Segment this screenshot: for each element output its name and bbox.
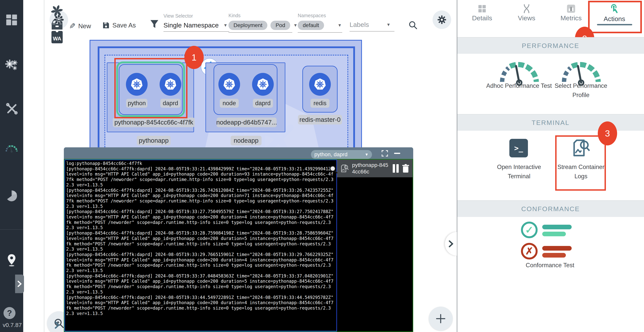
log-line: [pythonapp-8454cc66c-4f7fk:daprd] 2024-0… bbox=[66, 273, 335, 295]
deployment-name-label: pythonapp bbox=[137, 136, 170, 145]
dashboard-icon[interactable] bbox=[0, 9, 23, 30]
kubernetes-icon bbox=[312, 77, 327, 92]
terminal-header[interactable]: python, daprd ▼ bbox=[64, 147, 413, 159]
log-stream-tab-title: pythonapp-8454cc66c bbox=[352, 162, 390, 175]
container-redis[interactable] bbox=[309, 73, 331, 96]
open-interactive-terminal-action[interactable]: Open Interactive Terminal bbox=[490, 162, 548, 181]
view-selector-value: Single Namespace bbox=[164, 21, 218, 29]
container-label: daprd bbox=[253, 99, 273, 108]
container-label: redis bbox=[310, 99, 330, 108]
view-selector-label: View Selector bbox=[164, 13, 229, 19]
chevron-down-icon: ▼ bbox=[386, 22, 390, 27]
add-button[interactable] bbox=[429, 307, 453, 331]
performance-gauge-icon[interactable] bbox=[0, 138, 23, 159]
left-sidebar: ? v0.7.87 bbox=[0, 0, 23, 332]
kinds-filter[interactable]: Kinds Deployment Pod ▼ bbox=[228, 13, 298, 33]
tab-views[interactable]: Views bbox=[504, 4, 549, 22]
filter-icon[interactable] bbox=[150, 19, 159, 30]
namespace-chip-default[interactable]: default bbox=[298, 21, 324, 30]
annotation-rect-1 bbox=[114, 58, 188, 118]
labels-filter[interactable]: Labels ▼ bbox=[350, 21, 394, 31]
log-line: [pythonapp-8454cc66c-4f7fk:daprd] 2024-0… bbox=[66, 209, 335, 231]
tools-icon[interactable] bbox=[0, 98, 23, 119]
search-icon[interactable] bbox=[408, 20, 418, 31]
chevron-down-icon: ▼ bbox=[223, 23, 228, 28]
annotation-badge-3: 3 bbox=[598, 121, 617, 145]
pause-icon[interactable] bbox=[393, 164, 399, 173]
section-performance-header: PERFORMANCE bbox=[457, 37, 644, 54]
location-pin-icon[interactable] bbox=[0, 249, 23, 271]
container-selector-dropdown[interactable]: python, daprd ▼ bbox=[311, 150, 372, 159]
container-node[interactable] bbox=[218, 73, 240, 96]
section-conformance-header: CONFORMANCE bbox=[457, 200, 644, 217]
kind-chip-deployment[interactable]: Deployment bbox=[228, 21, 267, 30]
help-icon[interactable]: ? bbox=[4, 307, 16, 319]
conformance-test-action[interactable]: Conformance Test bbox=[521, 261, 579, 270]
deployment-name-label: nodeapp bbox=[230, 136, 262, 145]
version-label: v0.7.87 bbox=[3, 322, 22, 328]
container-label: node bbox=[220, 99, 239, 108]
zoom-cursor-icon bbox=[328, 164, 338, 174]
dapr-spiral-icon[interactable] bbox=[50, 3, 64, 18]
chart-pie-icon[interactable] bbox=[0, 185, 23, 207]
check-icon: ✓ bbox=[525, 224, 534, 236]
kind-chip-pod[interactable]: Pod bbox=[270, 21, 290, 30]
wa-notch bbox=[56, 29, 58, 32]
canvas-settings-button[interactable] bbox=[432, 10, 451, 29]
view-selector[interactable]: View Selector Single Namespace ▼ bbox=[164, 13, 229, 32]
terminal-window: python, daprd ▼ log:pythonapp-8454cc66c-… bbox=[64, 147, 413, 332]
container-daprd[interactable] bbox=[252, 73, 274, 96]
log-pane[interactable]: log:pythonapp-8454cc66c-4f7fk[pythonapp-… bbox=[64, 160, 337, 332]
log-line: [pythonapp-8454cc66c-4f7fk:daprd] 2024-0… bbox=[66, 166, 335, 188]
save-as-label: Save As bbox=[112, 22, 136, 29]
new-button[interactable]: ✎ New bbox=[69, 22, 91, 30]
terminal-content: log:pythonapp-8454cc66c-4f7fk[pythonapp-… bbox=[64, 159, 413, 332]
rail-expand-chevron-icon[interactable] bbox=[52, 320, 63, 331]
pod-name-label: redis-master-0 bbox=[298, 115, 342, 124]
tab-details-label: Details bbox=[460, 14, 504, 22]
panel-divider bbox=[457, 0, 457, 332]
namespaces-label: Namespaces bbox=[298, 13, 342, 18]
namespaces-filter[interactable]: Namespaces default ▼ bbox=[298, 13, 342, 33]
fullscreen-icon[interactable] bbox=[381, 150, 388, 157]
annotation-rect-2 bbox=[588, 1, 642, 33]
trash-icon[interactable] bbox=[402, 164, 410, 173]
archive-inbox-icon[interactable] bbox=[50, 18, 64, 31]
details-grid-icon bbox=[477, 4, 487, 13]
pencil-icon: ✎ bbox=[69, 22, 76, 30]
pod-name-label: pythonapp-8454cc66c-4f7fk bbox=[113, 118, 195, 127]
chevron-down-icon: ▼ bbox=[365, 152, 368, 157]
select-performance-profile-action[interactable]: Select Performance Profile bbox=[548, 81, 614, 100]
log-line: log:pythonapp-8454cc66c-4f7fk bbox=[66, 161, 335, 166]
views-icon bbox=[522, 4, 532, 13]
app-window: ? v0.7.87 WA ✎ bbox=[0, 0, 644, 332]
sidebar-expand-tab[interactable] bbox=[15, 275, 24, 293]
annotation-badge-1: 1 bbox=[184, 46, 204, 69]
pod-name-label: nodeapp-d64b5747... bbox=[217, 118, 277, 127]
tab-metrics[interactable]: Metrics bbox=[549, 4, 593, 22]
kinds-label: Kinds bbox=[228, 13, 298, 18]
log-line: [pythonapp-8454cc66c-4f7fk:daprd] 2024-0… bbox=[66, 252, 335, 273]
right-panel: Details Views Metrics Actions 2 PERFORMA… bbox=[457, 0, 644, 332]
interactive-terminal-icon[interactable]: >_ bbox=[509, 139, 528, 157]
log-stream-tab[interactable]: pythonapp-8454cc66c bbox=[337, 160, 413, 177]
new-button-label: New bbox=[78, 22, 91, 30]
x-icon: ✗ bbox=[525, 246, 533, 257]
adhoc-performance-test-action[interactable]: Adhoc Performance Test bbox=[486, 81, 552, 90]
tab-views-label: Views bbox=[504, 14, 549, 22]
metrics-icon bbox=[566, 4, 576, 13]
save-as-button[interactable]: Save As bbox=[102, 22, 136, 29]
stream-logs-icon bbox=[340, 164, 349, 173]
log-line: [pythonapp-8454cc66c-4f7fk:daprd] 2024-0… bbox=[66, 295, 335, 316]
tab-metrics-label: Metrics bbox=[549, 14, 593, 22]
settings-gears-icon[interactable] bbox=[0, 55, 23, 77]
chevron-down-icon: ▼ bbox=[338, 23, 342, 28]
kubernetes-icon bbox=[222, 77, 236, 92]
tab-details[interactable]: Details bbox=[460, 4, 504, 22]
icon-rail: WA bbox=[23, 0, 44, 332]
minimize-icon[interactable] bbox=[394, 153, 400, 154]
chevron-down-icon: ▼ bbox=[293, 23, 298, 28]
labels-placeholder: Labels bbox=[350, 21, 369, 28]
log-line: [pythonapp-8454cc66c-4f7fk:daprd] 2024-0… bbox=[66, 188, 335, 209]
container-selector-value: python, daprd bbox=[314, 151, 362, 158]
